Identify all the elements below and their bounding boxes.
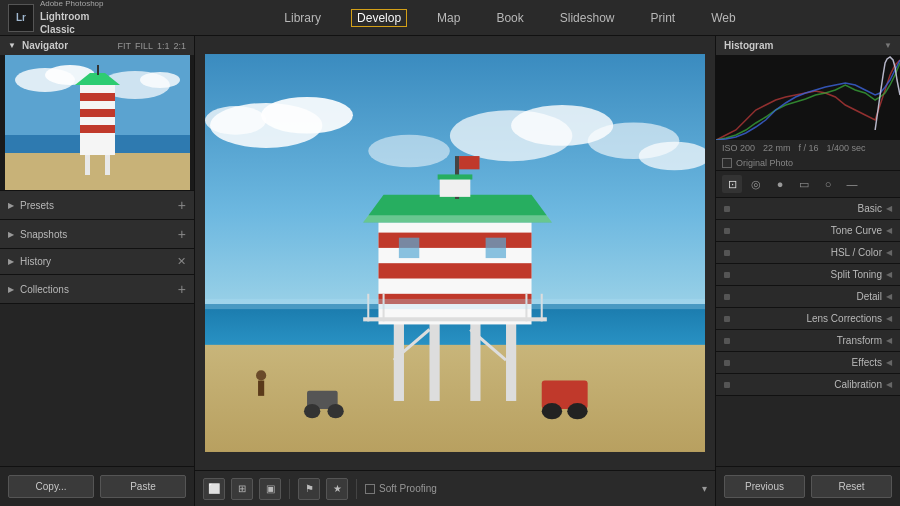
crop-overlay-tool[interactable]: ⊡	[722, 175, 742, 193]
svg-rect-48	[438, 174, 473, 179]
histogram-section: Histogram ▼ ISO 200 22 mm	[716, 36, 900, 171]
hsl-color-module: HSL / Color ◀	[716, 242, 900, 264]
detail-arrow: ◀	[886, 292, 892, 301]
main-photo	[205, 46, 705, 460]
histogram-header[interactable]: Histogram ▼	[716, 36, 900, 55]
split-toning-module: Split Toning ◀	[716, 264, 900, 286]
nav-1to1[interactable]: 1:1	[157, 41, 170, 51]
presets-header[interactable]: ▶ Presets +	[0, 191, 194, 219]
histogram-graph	[716, 55, 900, 140]
flag-button[interactable]: ⚑	[298, 478, 320, 500]
top-bar: Lr Adobe Photoshop Lightroom Classic Lib…	[0, 0, 900, 36]
center-panel: ⬜ ⊞ ▣ ⚑ ★ Soft Proofing ▾	[195, 36, 715, 506]
detail-module: Detail ◀	[716, 286, 900, 308]
lr-logo: Lr	[8, 4, 34, 32]
right-bottom-buttons: Previous Reset	[716, 466, 900, 506]
presets-add-button[interactable]: +	[178, 197, 186, 213]
navigator-preview	[0, 55, 194, 190]
navigator-header[interactable]: ▼ Navigator FIT FILL 1:1 2:1	[0, 36, 194, 55]
svg-point-51	[567, 403, 587, 419]
nav-library[interactable]: Library	[278, 9, 327, 27]
original-photo-row: Original Photo	[716, 156, 900, 170]
transform-toggle	[724, 338, 730, 344]
bottom-toolbar: ⬜ ⊞ ▣ ⚑ ★ Soft Proofing ▾	[195, 470, 715, 506]
zoom-dropdown[interactable]: ▾	[702, 483, 707, 494]
lens-corrections-header[interactable]: Lens Corrections ◀	[716, 308, 900, 329]
svg-point-4	[140, 72, 180, 88]
collections-title: Collections	[20, 284, 178, 295]
collections-add-button[interactable]: +	[178, 281, 186, 297]
develop-tools: ⊡ ◎ ● ▭ ○ —	[716, 171, 900, 198]
crop-tool-button[interactable]: ⬜	[203, 478, 225, 500]
basic-module-header[interactable]: Basic ◀	[716, 198, 900, 219]
lens-corrections-module: Lens Corrections ◀	[716, 308, 900, 330]
svg-rect-56	[258, 381, 264, 396]
transform-header[interactable]: Transform ◀	[716, 330, 900, 351]
adjustment-brush-tool[interactable]: —	[842, 175, 862, 193]
histogram-dropdown[interactable]: ▼	[884, 41, 892, 50]
soft-proofing-label: Soft Proofing	[365, 483, 437, 494]
svg-rect-38	[363, 317, 547, 321]
history-header[interactable]: ▶ History ✕	[0, 249, 194, 274]
split-toning-header[interactable]: Split Toning ◀	[716, 264, 900, 285]
snapshots-title: Snapshots	[20, 229, 178, 240]
soft-proof-checkbox[interactable]	[365, 484, 375, 494]
hsl-color-header[interactable]: HSL / Color ◀	[716, 242, 900, 263]
svg-rect-10	[80, 125, 115, 133]
effects-toggle	[724, 360, 730, 366]
effects-header[interactable]: Effects ◀	[716, 352, 900, 373]
nav-print[interactable]: Print	[644, 9, 681, 27]
original-photo-label: Original Photo	[736, 158, 793, 168]
tone-curve-header[interactable]: Tone Curve ◀	[716, 220, 900, 241]
history-triangle: ▶	[8, 257, 14, 266]
reset-button[interactable]: Reset	[811, 475, 892, 498]
snapshots-header[interactable]: ▶ Snapshots +	[0, 220, 194, 248]
shutter-speed: 1/400 sec	[827, 143, 866, 153]
paste-button[interactable]: Paste	[100, 475, 186, 498]
original-photo-checkbox[interactable]	[722, 158, 732, 168]
toolbar-separator	[289, 479, 290, 499]
main-layout: ▼ Navigator FIT FILL 1:1 2:1	[0, 36, 900, 506]
copy-button[interactable]: Copy...	[8, 475, 94, 498]
svg-rect-9	[80, 109, 115, 117]
spot-removal-tool[interactable]: ◎	[746, 175, 766, 193]
nav-slideshow[interactable]: Slideshow	[554, 9, 621, 27]
split-toning-arrow: ◀	[886, 270, 892, 279]
snapshots-section: ▶ Snapshots +	[0, 220, 194, 249]
collections-header[interactable]: ▶ Collections +	[0, 275, 194, 303]
svg-rect-6	[5, 153, 190, 190]
nav-map[interactable]: Map	[431, 9, 466, 27]
svg-rect-8	[80, 93, 115, 101]
history-clear-button[interactable]: ✕	[177, 255, 186, 268]
presets-triangle: ▶	[8, 201, 14, 210]
nav-fill[interactable]: FILL	[135, 41, 153, 51]
navigator-section: ▼ Navigator FIT FILL 1:1 2:1	[0, 36, 194, 191]
graduated-filter-tool[interactable]: ▭	[794, 175, 814, 193]
effects-module: Effects ◀	[716, 352, 900, 374]
radial-filter-tool[interactable]: ○	[818, 175, 838, 193]
calibration-header[interactable]: Calibration ◀	[716, 374, 900, 395]
compare-button[interactable]: ▣	[259, 478, 281, 500]
calibration-toggle	[724, 382, 730, 388]
detail-header[interactable]: Detail ◀	[716, 286, 900, 307]
svg-rect-46	[459, 156, 479, 169]
toolbar-separator-2	[356, 479, 357, 499]
svg-marker-44	[363, 215, 552, 222]
nav-2to1[interactable]: 2:1	[173, 41, 186, 51]
grid-view-button[interactable]: ⊞	[231, 478, 253, 500]
tone-curve-module: Tone Curve ◀	[716, 220, 900, 242]
svg-rect-29	[506, 319, 516, 401]
nav-web[interactable]: Web	[705, 9, 741, 27]
nav-develop[interactable]: Develop	[351, 9, 407, 27]
redeye-tool[interactable]: ●	[770, 175, 790, 193]
previous-button[interactable]: Previous	[724, 475, 805, 498]
snapshots-add-button[interactable]: +	[178, 226, 186, 242]
svg-rect-27	[429, 314, 439, 401]
nav-fit[interactable]: FIT	[117, 41, 131, 51]
navigator-triangle: ▼	[8, 41, 16, 50]
nav-book[interactable]: Book	[490, 9, 529, 27]
svg-rect-37	[486, 238, 506, 258]
svg-point-18	[205, 106, 266, 135]
app-title: Adobe Photoshop Lightroom Classic	[40, 0, 120, 36]
star-button[interactable]: ★	[326, 478, 348, 500]
